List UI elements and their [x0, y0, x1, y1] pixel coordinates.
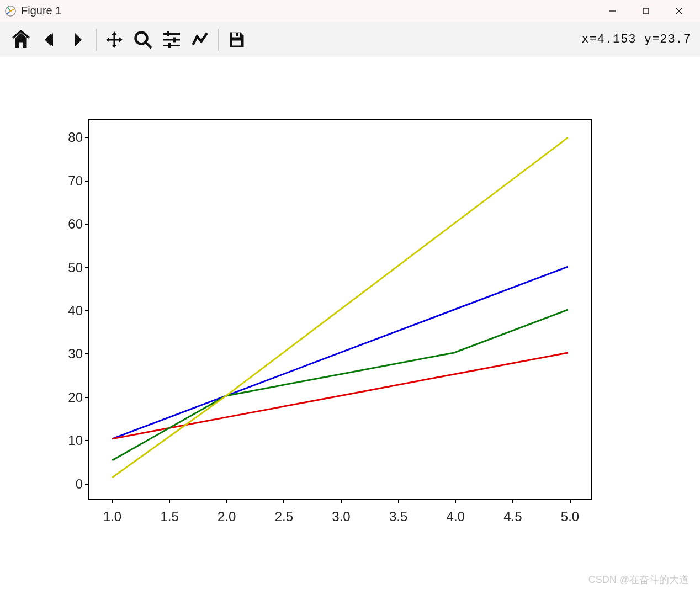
toolbar: x=4.153 y=23.7	[0, 22, 700, 57]
svg-rect-8	[163, 33, 180, 35]
x-tick-label: 2.0	[210, 509, 243, 524]
close-button[interactable]	[662, 0, 696, 22]
y-tick-label: 30	[55, 346, 83, 362]
x-tick-label: 3.5	[382, 509, 415, 524]
save-button[interactable]	[222, 25, 251, 54]
x-tick-label: 3.0	[325, 509, 358, 524]
zoom-button[interactable]	[129, 25, 157, 54]
y-tick	[85, 224, 89, 225]
svg-point-6	[136, 32, 147, 44]
x-tick-label: 2.5	[267, 509, 300, 524]
y-tick	[85, 440, 89, 441]
x-tick	[570, 499, 571, 503]
series-green	[112, 310, 568, 460]
x-tick	[455, 499, 456, 503]
y-tick	[85, 137, 89, 138]
svg-rect-14	[232, 32, 240, 37]
svg-point-1	[9, 10, 12, 12]
minimize-button[interactable]	[596, 0, 629, 22]
x-tick	[226, 499, 227, 503]
svg-rect-10	[163, 45, 180, 46]
window-title: Figure 1	[21, 4, 61, 17]
x-tick	[169, 499, 170, 503]
y-tick-label: 70	[55, 173, 83, 189]
y-tick	[85, 267, 89, 268]
x-tick-label: 5.0	[554, 509, 587, 524]
configure-subplots-button[interactable]	[157, 25, 186, 54]
window-buttons	[596, 0, 696, 22]
chart-lines	[89, 120, 591, 499]
x-tick-label: 4.0	[439, 509, 472, 524]
home-button[interactable]	[7, 25, 35, 54]
y-tick-label: 0	[55, 476, 83, 492]
svg-rect-9	[163, 39, 180, 40]
svg-rect-16	[232, 40, 242, 45]
y-tick-label: 10	[55, 433, 83, 448]
y-tick-label: 80	[55, 130, 83, 145]
edit-axis-button[interactable]	[186, 25, 215, 54]
forward-button[interactable]	[64, 25, 93, 54]
x-tick-label: 1.5	[153, 509, 186, 524]
x-tick	[341, 499, 342, 503]
y-tick	[85, 181, 89, 182]
x-tick-label: 1.0	[96, 509, 129, 524]
y-tick-label: 40	[55, 303, 83, 319]
x-tick	[112, 499, 113, 503]
svg-rect-12	[173, 37, 176, 42]
x-tick	[512, 499, 513, 503]
y-tick-label: 20	[55, 390, 83, 405]
svg-rect-15	[236, 33, 238, 36]
svg-rect-11	[167, 31, 169, 36]
title-bar: Figure 1	[0, 0, 700, 22]
pan-button[interactable]	[100, 25, 129, 54]
cursor-coordinates: x=4.153 y=23.7	[581, 33, 693, 46]
x-tick	[283, 499, 284, 503]
maximize-button[interactable]	[629, 0, 662, 22]
toolbar-separator	[96, 29, 97, 51]
back-button[interactable]	[35, 25, 64, 54]
series-blue	[112, 267, 568, 439]
y-tick	[85, 484, 89, 485]
y-tick-label: 60	[55, 216, 83, 232]
y-tick	[85, 310, 89, 311]
svg-line-7	[146, 42, 152, 48]
plot-area[interactable]: 010203040506070801.01.52.02.53.03.54.04.…	[0, 57, 700, 594]
toolbar-separator	[218, 29, 219, 51]
axes[interactable]: 010203040506070801.01.52.02.53.03.54.04.…	[88, 119, 592, 500]
y-tick	[85, 353, 89, 354]
svg-rect-3	[643, 8, 649, 14]
x-tick	[398, 499, 399, 503]
svg-rect-13	[168, 43, 171, 48]
y-tick-label: 50	[55, 260, 83, 275]
app-icon	[4, 5, 17, 17]
series-red	[112, 353, 568, 439]
y-tick	[85, 397, 89, 398]
watermark: CSDN @在奋斗的大道	[588, 573, 689, 586]
x-tick-label: 4.5	[496, 509, 529, 524]
